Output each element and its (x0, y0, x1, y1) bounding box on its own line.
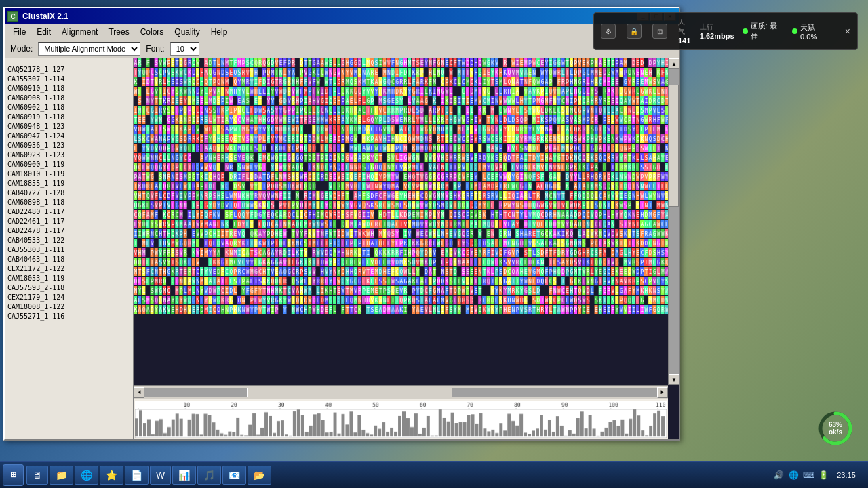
taskbar-items: 🖥 📁 🌐 ⭐ 📄 W 📊 🎵 📧 📂 (24, 466, 768, 485)
taskbar-item-4[interactable]: 📄 (125, 466, 149, 485)
progress-circle: 63% ok/s (816, 409, 854, 447)
sequence-label: CAM60948_1-123 (5, 122, 133, 131)
widget-info: 人气 141 上行 1.62mbps 画质: 最佳 天赋 0.0% (678, 18, 834, 45)
widget-talent: 天赋 0.0% (792, 22, 834, 41)
vertical-scrollbar[interactable]: ▲ ▼ (668, 58, 679, 385)
sequence-label: CEX21172_1-122 (5, 264, 133, 274)
app-title: ClustalX 2.1 (22, 12, 68, 21)
taskbar-item-3[interactable]: ⭐ (100, 466, 123, 485)
mode-label: Mode: (10, 44, 33, 54)
alignment-area (134, 58, 679, 399)
scroll-left-button[interactable]: ◄ (134, 387, 144, 398)
sequence-label: CAM18053_1-119 (5, 274, 133, 283)
sequence-label: CAM18010_1-119 (5, 169, 133, 179)
conservation-canvas (135, 401, 667, 438)
scroll-up-button[interactable]: ▲ (669, 58, 679, 69)
start-button[interactable]: ⊞ (3, 464, 24, 486)
taskbar-item-1[interactable]: 📁 (50, 466, 73, 485)
taskbar-item-6[interactable]: 📊 (172, 466, 196, 485)
sequence-label: CAD22480_1-117 (5, 207, 133, 217)
sequence-label: CAB40463_1-118 (5, 255, 133, 264)
widget-close-button[interactable]: × (845, 26, 850, 37)
horizontal-scroll-area: ◄ ► (134, 385, 668, 399)
conservation-area (134, 399, 668, 439)
menu-edit[interactable]: Edit (31, 26, 56, 38)
progress-text: 63% ok/s (829, 421, 842, 436)
taskbar-tray: 🔊 🌐 ⌨ 🔋 23:15 (768, 470, 865, 481)
sequence-label: CAM60910_1-118 (5, 84, 133, 94)
audience-value: 141 (678, 37, 692, 45)
menu-colors[interactable]: Colors (135, 26, 170, 38)
sequence-label: CAD22478_1-117 (5, 226, 133, 236)
tray-icon-2[interactable]: ⌨ (803, 470, 814, 481)
sequence-label: CAM60936_1-123 (5, 141, 133, 150)
widget-lock-button[interactable]: 🔒 (627, 24, 642, 39)
sequence-label: CAQ52178_1-127 (5, 65, 133, 75)
menu-quality[interactable]: Quality (169, 26, 205, 38)
menu-bar: File Edit Alignment Trees Colors Quality… (5, 24, 679, 39)
talent-label: 天赋 0.0% (800, 22, 834, 41)
taskbar-item-5[interactable]: W (150, 466, 171, 485)
sequence-label: CAM60923_1-123 (5, 150, 133, 160)
app-icon: C (7, 11, 18, 22)
menu-help[interactable]: Help (205, 26, 233, 38)
sequence-label: CAM18855_1-119 (5, 179, 133, 188)
sequence-label: CAM60900_1-119 (5, 160, 133, 169)
sequence-label: CAJ57593_2-118 (5, 283, 133, 293)
sequence-label: CAM60908_1-118 (5, 94, 133, 103)
widget-screen-button[interactable]: ⊡ (652, 24, 667, 39)
taskbar-item-7[interactable]: 🎵 (197, 466, 221, 485)
upload-label: 上行 (700, 22, 734, 32)
sequence-label: CAB40533_1-122 (5, 236, 133, 245)
upload-value: 1.62mbps (700, 32, 734, 40)
menu-file[interactable]: File (7, 26, 31, 38)
widget-quality: 画质: 最佳 (743, 21, 785, 41)
scroll-down-button[interactable]: ▼ (669, 374, 679, 385)
sequence-label: CEX21179_1-124 (5, 293, 133, 302)
taskbar: ⊞ 🖥 📁 🌐 ⭐ 📄 W 📊 🎵 📧 📂 🔊 🌐 ⌨ 🔋 23:15 (0, 461, 868, 488)
mode-select[interactable]: Multiple Alignment Mode (38, 42, 140, 56)
vertical-scroll-track[interactable] (669, 69, 679, 374)
taskbar-item-0[interactable]: 🖥 (26, 466, 48, 485)
menu-trees[interactable]: Trees (103, 26, 134, 38)
sequence-label: CAM60947_1-124 (5, 131, 133, 141)
sequence-label: CAD22461_1-117 (5, 217, 133, 226)
audience-label: 人气 (678, 18, 692, 37)
horizontal-scroll-thumb[interactable] (247, 388, 452, 397)
widget-window: ⚙ 🔒 ⊡ 人气 141 上行 1.62mbps 画质: 最佳 天赋 0.0% … (593, 12, 858, 50)
tray-icon-battery[interactable]: 🔋 (818, 470, 829, 481)
widget-settings-button[interactable]: ⚙ (601, 24, 616, 39)
taskbar-item-8[interactable]: 📧 (222, 466, 246, 485)
sequence-label: CAJ55307_1-114 (5, 75, 133, 84)
title-bar-left: C ClustalX 2.1 (7, 11, 68, 22)
sequence-label: CAJ55271_1-116 (5, 312, 133, 321)
widget-audience: 人气 141 (678, 18, 692, 45)
tray-icon-1[interactable]: 🌐 (788, 470, 799, 481)
sequence-label: CAM18008_1-122 (5, 302, 133, 312)
alignment-panel: ▲ ▼ ◄ ► (134, 58, 679, 439)
quality-dot (743, 28, 748, 34)
sequence-label: CAM60919_1-118 (5, 113, 133, 122)
clustalx-window: C ClustalX 2.1 _ □ × File Edit Alignment… (3, 7, 680, 441)
taskbar-item-2[interactable]: 🌐 (75, 466, 98, 485)
widget-upload: 上行 1.62mbps (700, 22, 734, 40)
taskbar-item-9[interactable]: 📂 (248, 466, 271, 485)
sequence-labels-panel: CAQ52178_1-127CAJ55307_1-114CAM60910_1-1… (5, 58, 134, 439)
talent-dot (792, 28, 797, 34)
menu-alignment[interactable]: Alignment (56, 26, 103, 38)
sequence-label: CAM60898_1-118 (5, 198, 133, 207)
font-label: Font: (146, 44, 164, 54)
sequence-label: CAM60902_1-118 (5, 103, 133, 113)
sequence-label: CAB40727_1-128 (5, 188, 133, 198)
alignment-canvas (134, 58, 679, 399)
sequence-label: CAJ55303_1-111 (5, 245, 133, 255)
main-content: CAQ52178_1-127CAJ55307_1-114CAM60910_1-1… (5, 58, 679, 439)
scroll-right-button[interactable]: ► (657, 387, 668, 398)
quality-label: 画质: 最佳 (751, 21, 785, 41)
title-bar: C ClustalX 2.1 _ □ × (5, 8, 679, 24)
font-select[interactable]: 10 (170, 42, 199, 56)
tray-icon-0[interactable]: 🔊 (773, 470, 784, 481)
horizontal-scroll-track[interactable] (144, 388, 657, 397)
vertical-scroll-thumb[interactable] (669, 85, 679, 207)
toolbar: Mode: Multiple Alignment Mode Font: 10 (5, 39, 679, 58)
